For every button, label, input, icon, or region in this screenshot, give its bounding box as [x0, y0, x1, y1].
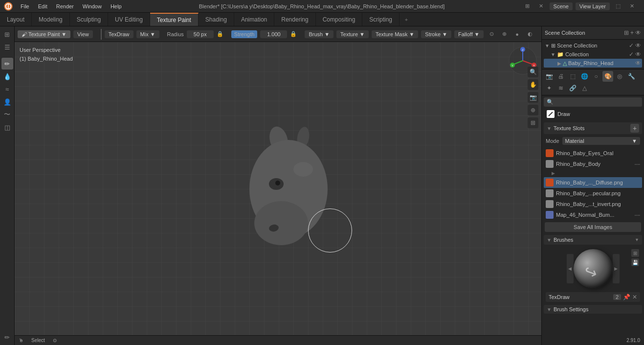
collection-item[interactable]: ▼ 📁 Collection ✓ 👁	[544, 50, 642, 59]
zoom-in-btn[interactable]: 🔍	[528, 67, 538, 77]
stroke-btn[interactable]: Stroke▼	[421, 30, 451, 38]
view-layer-props-tab[interactable]: ⬚	[567, 71, 578, 82]
strength-lock-icon[interactable]: 🔒	[290, 29, 297, 40]
brush-name-btn[interactable]: TexDraw	[105, 30, 133, 38]
brushes-expand-btn[interactable]: ▼	[575, 236, 639, 243]
close-icon[interactable]: ✕	[626, 1, 637, 12]
visibility-icon[interactable]: ✓	[629, 42, 634, 49]
radius-input[interactable]	[187, 30, 214, 38]
texture-slot-0[interactable]: Rhino_Baby_Eyes_Oral	[544, 148, 642, 159]
draw-tool-btn[interactable]: ✏	[1, 58, 13, 69]
shading-mode-3[interactable]: ○	[537, 29, 541, 40]
mode-selector[interactable]: Material ▼	[562, 137, 640, 145]
fill-tool-btn[interactable]: 💧	[1, 70, 13, 82]
foreground-color[interactable]	[101, 29, 102, 40]
tab-sculpting[interactable]: Sculpting	[70, 13, 108, 26]
grid-toggle-btn[interactable]: ⊞	[528, 117, 538, 128]
tab-rendering[interactable]: Rendering	[274, 13, 315, 26]
brush-close-icon[interactable]: ✕	[632, 294, 637, 300]
pan-btn[interactable]: ✋	[528, 79, 538, 90]
menu-window[interactable]: Window	[79, 2, 106, 10]
add-tab-button[interactable]: +	[400, 13, 413, 26]
fullscreen-icon[interactable]: ⬚	[613, 1, 623, 12]
brush-save-btn[interactable]: 💾	[631, 258, 639, 266]
texture-slot-expand[interactable]: ▶	[544, 169, 642, 177]
texture-slots-header[interactable]: ▼ Texture Slots +	[544, 122, 642, 134]
brush-next-btn[interactable]: ▶	[613, 254, 620, 283]
collection-visibility[interactable]: ✓	[629, 51, 634, 58]
texture-slot-4[interactable]: Rhino_Baby_...pecular.png	[544, 188, 642, 199]
strength-input[interactable]	[260, 30, 287, 38]
falloff-btn[interactable]: Falloff▼	[454, 30, 484, 38]
texture-slot-1[interactable]: Rhino_Baby_Body ••••	[544, 159, 642, 169]
3d-viewport[interactable]: User Perspective (1) Baby_Rhino_Head Z X	[15, 42, 541, 335]
eye-icon[interactable]: 👁	[635, 29, 641, 36]
workspace-icon[interactable]: ⊞	[522, 1, 533, 12]
overlay-icon[interactable]: ⊙	[487, 29, 497, 40]
camera-btn[interactable]: 📷	[528, 92, 538, 103]
properties-search[interactable]	[555, 99, 639, 105]
menu-edit[interactable]: Edit	[34, 2, 51, 10]
orbit-btn[interactable]: ⊕	[528, 105, 538, 115]
texture-slot-6[interactable]: Map_46_Normal_Bum... ••••	[544, 209, 642, 220]
modifier-props-tab[interactable]: 🔧	[626, 71, 637, 82]
gizmo-icon[interactable]: ⊕	[499, 29, 510, 40]
shading-mode-2[interactable]: ◐	[525, 29, 535, 40]
blend-mode-btn[interactable]: Mix ▼	[136, 30, 159, 38]
texture-slot-3[interactable]: Rhino_Baby_..._Diffuse.png	[544, 177, 642, 188]
physics-props-tab[interactable]: ≋	[555, 83, 566, 93]
render-props-tab[interactable]: 📷	[544, 71, 555, 82]
texture-mask-btn[interactable]: Texture Mask▼	[372, 30, 418, 38]
texture-paint-mode-btn[interactable]: 🖌 Texture Paint ▼	[18, 30, 70, 38]
tab-modeling[interactable]: Modeling	[32, 13, 70, 26]
menu-help[interactable]: Help	[107, 2, 126, 10]
brush-pin-icon[interactable]: 📌	[623, 294, 630, 300]
workspace-close[interactable]: ✕	[536, 1, 547, 12]
filter-icon[interactable]: ⊞	[624, 29, 629, 36]
tab-compositing[interactable]: Compositing	[316, 13, 363, 26]
header-toggle[interactable]: ☰	[1, 41, 13, 53]
tab-shading[interactable]: Shading	[199, 13, 234, 26]
brush-prev-btn[interactable]: ◀	[567, 254, 574, 283]
particle-props-tab[interactable]: ✦	[544, 83, 555, 93]
scene-props-tab[interactable]: 🌐	[579, 71, 590, 82]
radius-lock-icon[interactable]: 🔒	[217, 29, 223, 40]
brush-settings-header[interactable]: ▼ Brush Settings	[544, 305, 642, 314]
mask-tool-btn[interactable]: ◫	[1, 121, 13, 133]
texture-slot-5[interactable]: Rhino_Baby_...t_invert.png	[544, 199, 642, 209]
material-props-tab[interactable]: 🎨	[602, 71, 613, 82]
tab-layout[interactable]: Layout	[0, 13, 32, 26]
brush-grid-view-btn[interactable]: ⊞	[631, 249, 639, 257]
tab-scripting[interactable]: Scripting	[362, 13, 400, 26]
smear-tool-btn[interactable]: 〜	[1, 109, 13, 120]
object-eye[interactable]: 👁	[635, 60, 641, 67]
object-props-tab[interactable]: ◎	[614, 71, 625, 82]
texture-btn[interactable]: Texture▼	[336, 30, 369, 38]
world-props-tab[interactable]: ○	[591, 71, 601, 82]
save-all-images-btn[interactable]: Save All Images	[545, 222, 641, 232]
tab-animation[interactable]: Animation	[234, 13, 274, 26]
smooth-tool-btn[interactable]: ≈	[1, 83, 13, 95]
annotate-tool-btn[interactable]: ✏	[1, 331, 13, 343]
object-item[interactable]: ▶ △ Baby_Rhino_Head 👁	[544, 59, 642, 68]
add-texture-slot-btn[interactable]: +	[630, 124, 639, 133]
brush-settings-btn[interactable]: Brush▼	[305, 30, 333, 38]
tab-uv-editing[interactable]: UV Editing	[108, 13, 150, 26]
menu-file[interactable]: File	[17, 2, 33, 10]
scene-selector[interactable]: Scene	[550, 2, 573, 10]
scene-collection-item[interactable]: ▼ ⊞ Scene Collection ✓ 👁	[544, 41, 642, 50]
viewport-shading-icon[interactable]: ●	[512, 29, 523, 40]
data-props-tab[interactable]: △	[579, 83, 590, 93]
view-layer-selector[interactable]: View Layer	[576, 2, 610, 10]
clone-tool-btn[interactable]: 👤	[1, 96, 13, 108]
collection-eye[interactable]: 👁	[635, 51, 641, 58]
constraint-props-tab[interactable]: 🔗	[567, 83, 578, 93]
tab-texture-paint[interactable]: Texture Paint	[150, 13, 199, 26]
add-collection-icon[interactable]: +	[630, 29, 634, 36]
output-props-tab[interactable]: 🖨	[555, 71, 566, 82]
eye-toggle[interactable]: 👁	[635, 42, 641, 49]
mode-icon[interactable]: ⊞	[1, 28, 13, 40]
menu-render[interactable]: Render	[52, 2, 78, 10]
brushes-header[interactable]: ▼ Brushes ▼	[544, 235, 642, 245]
view-menu-btn[interactable]: View	[73, 30, 93, 38]
